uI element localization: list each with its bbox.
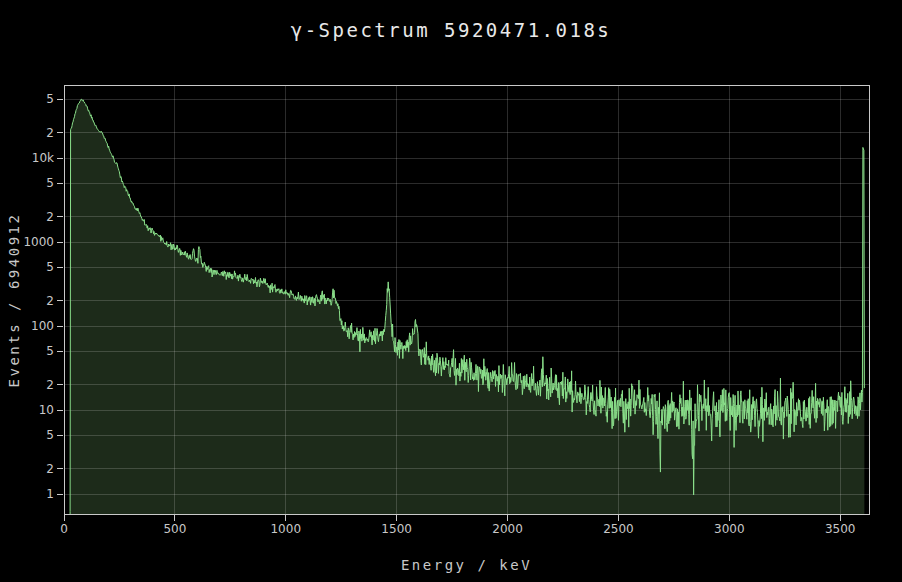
x-tick-label: 500	[163, 522, 186, 536]
y-tick-label: 5	[46, 428, 54, 442]
app-window: γ-Spectrum 5920471.018s 0500100015002000…	[0, 0, 902, 582]
y-tick-label: 1000	[23, 235, 54, 249]
y-tick-label: 1	[46, 487, 54, 501]
y-tick-label: 5	[46, 344, 54, 358]
x-tick-label: 1500	[381, 522, 412, 536]
y-tick-label: 5	[46, 260, 54, 274]
y-tick-label: 100	[31, 319, 54, 333]
x-axis-label: Energy / keV	[64, 557, 869, 573]
y-tick-label: 2	[46, 462, 54, 476]
x-tick-label: 2500	[603, 522, 634, 536]
spectrum-plot: 0500100015002000250030003500125102510025…	[0, 0, 902, 582]
y-tick-label: 2	[46, 294, 54, 308]
spectrum-area	[70, 99, 864, 514]
y-tick-label: 2	[46, 378, 54, 392]
x-tick-label: 3500	[825, 522, 856, 536]
x-tick-label: 0	[60, 522, 68, 536]
x-tick-label: 2000	[492, 522, 523, 536]
y-tick-label: 2	[46, 210, 54, 224]
y-tick-label: 5	[46, 92, 54, 106]
y-tick-label: 2	[46, 126, 54, 140]
y-tick-label: 5	[46, 176, 54, 190]
y-tick-label: 10k	[32, 151, 54, 165]
spectrum-fill	[70, 99, 864, 514]
y-axis-label: Events / 6940912	[6, 213, 22, 388]
x-tick-label: 1000	[270, 522, 301, 536]
x-tick-label: 3000	[714, 522, 745, 536]
y-tick-label: 10	[39, 403, 54, 417]
